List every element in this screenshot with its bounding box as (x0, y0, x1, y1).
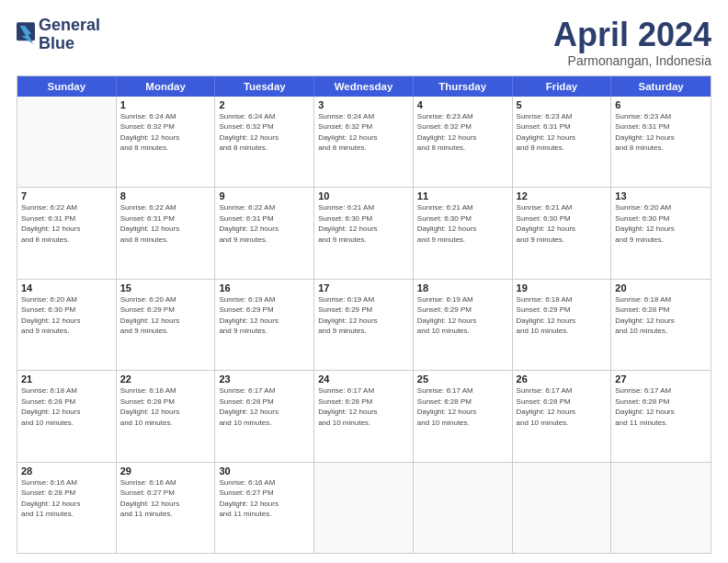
day-info: Sunrise: 6:18 AM Sunset: 6:28 PM Dayligh… (120, 385, 211, 428)
calendar-cell-1-7: 6Sunrise: 6:23 AM Sunset: 6:31 PM Daylig… (611, 97, 711, 187)
day-number: 13 (615, 190, 707, 201)
calendar-cell-1-1 (17, 97, 117, 187)
day-number: 24 (318, 373, 409, 385)
day-number: 14 (21, 282, 112, 293)
calendar-body: 1Sunrise: 6:24 AM Sunset: 6:32 PM Daylig… (17, 97, 711, 553)
calendar-cell-1-2: 1Sunrise: 6:24 AM Sunset: 6:32 PM Daylig… (117, 97, 216, 187)
day-info: Sunrise: 6:24 AM Sunset: 6:32 PM Dayligh… (120, 111, 211, 154)
day-info: Sunrise: 6:24 AM Sunset: 6:32 PM Dayligh… (318, 111, 409, 154)
day-number: 21 (21, 373, 112, 385)
day-info: Sunrise: 6:19 AM Sunset: 6:29 PM Dayligh… (417, 294, 508, 337)
day-number: 2 (219, 99, 310, 110)
day-info: Sunrise: 6:17 AM Sunset: 6:28 PM Dayligh… (417, 385, 508, 428)
logo: GeneralBlue (17, 17, 100, 53)
day-info: Sunrise: 6:23 AM Sunset: 6:32 PM Dayligh… (417, 111, 508, 154)
calendar-header: Sunday Monday Tuesday Wednesday Thursday… (17, 76, 711, 97)
calendar-cell-2-1: 7Sunrise: 6:22 AM Sunset: 6:31 PM Daylig… (17, 188, 117, 278)
calendar: Sunday Monday Tuesday Wednesday Thursday… (17, 75, 711, 554)
day-number: 29 (120, 465, 211, 477)
calendar-cell-2-2: 8Sunrise: 6:22 AM Sunset: 6:31 PM Daylig… (117, 188, 216, 278)
day-number: 16 (219, 282, 310, 293)
day-number: 6 (615, 99, 707, 110)
day-number: 15 (120, 282, 211, 293)
header-wednesday: Wednesday (314, 76, 414, 97)
calendar-cell-3-5: 18Sunrise: 6:19 AM Sunset: 6:29 PM Dayli… (414, 280, 513, 370)
calendar-cell-5-7 (611, 463, 711, 553)
day-info: Sunrise: 6:20 AM Sunset: 6:30 PM Dayligh… (21, 294, 112, 337)
calendar-cell-4-5: 25Sunrise: 6:17 AM Sunset: 6:28 PM Dayli… (414, 371, 513, 461)
day-info: Sunrise: 6:17 AM Sunset: 6:28 PM Dayligh… (517, 385, 608, 428)
calendar-cell-4-7: 27Sunrise: 6:17 AM Sunset: 6:28 PM Dayli… (611, 371, 711, 461)
day-number: 11 (417, 190, 508, 201)
day-number: 3 (318, 99, 409, 110)
calendar-cell-4-4: 24Sunrise: 6:17 AM Sunset: 6:28 PM Dayli… (314, 371, 414, 461)
day-number: 12 (517, 190, 608, 201)
day-number: 9 (219, 190, 310, 201)
logo-line1: General (39, 17, 100, 35)
day-number: 30 (219, 465, 310, 477)
day-info: Sunrise: 6:18 AM Sunset: 6:28 PM Dayligh… (21, 385, 112, 428)
day-info: Sunrise: 6:18 AM Sunset: 6:28 PM Dayligh… (615, 294, 707, 337)
calendar-cell-3-6: 19Sunrise: 6:18 AM Sunset: 6:29 PM Dayli… (513, 280, 612, 370)
day-number: 8 (120, 190, 211, 201)
day-info: Sunrise: 6:19 AM Sunset: 6:29 PM Dayligh… (318, 294, 409, 337)
calendar-cell-2-7: 13Sunrise: 6:20 AM Sunset: 6:30 PM Dayli… (611, 188, 711, 278)
calendar-cell-4-2: 22Sunrise: 6:18 AM Sunset: 6:28 PM Dayli… (117, 371, 216, 461)
day-info: Sunrise: 6:16 AM Sunset: 6:27 PM Dayligh… (219, 477, 310, 520)
calendar-cell-5-6 (513, 463, 612, 553)
day-number: 10 (318, 190, 409, 201)
day-number: 23 (219, 373, 310, 385)
month-title: April 2024 (553, 17, 711, 53)
calendar-cell-3-1: 14Sunrise: 6:20 AM Sunset: 6:30 PM Dayli… (17, 280, 117, 370)
header: GeneralBlue April 2024 Parmonangan, Indo… (17, 17, 711, 68)
day-number: 18 (417, 282, 508, 293)
calendar-cell-3-2: 15Sunrise: 6:20 AM Sunset: 6:29 PM Dayli… (117, 280, 216, 370)
calendar-week-5: 28Sunrise: 6:16 AM Sunset: 6:28 PM Dayli… (17, 463, 711, 553)
day-info: Sunrise: 6:22 AM Sunset: 6:31 PM Dayligh… (219, 202, 310, 245)
page: GeneralBlue April 2024 Parmonangan, Indo… (0, 0, 728, 563)
header-thursday: Thursday (414, 76, 513, 97)
day-info: Sunrise: 6:20 AM Sunset: 6:30 PM Dayligh… (615, 202, 707, 245)
calendar-week-4: 21Sunrise: 6:18 AM Sunset: 6:28 PM Dayli… (17, 371, 711, 462)
logo-text: GeneralBlue (39, 17, 100, 53)
calendar-week-2: 7Sunrise: 6:22 AM Sunset: 6:31 PM Daylig… (17, 188, 711, 279)
day-number: 1 (120, 99, 211, 110)
calendar-cell-5-5 (414, 463, 513, 553)
day-info: Sunrise: 6:21 AM Sunset: 6:30 PM Dayligh… (517, 202, 608, 245)
calendar-cell-1-6: 5Sunrise: 6:23 AM Sunset: 6:31 PM Daylig… (513, 97, 612, 187)
day-info: Sunrise: 6:22 AM Sunset: 6:31 PM Dayligh… (21, 202, 112, 245)
day-number: 22 (120, 373, 211, 385)
calendar-cell-2-4: 10Sunrise: 6:21 AM Sunset: 6:30 PM Dayli… (314, 188, 414, 278)
calendar-cell-5-1: 28Sunrise: 6:16 AM Sunset: 6:28 PM Dayli… (17, 463, 117, 553)
header-saturday: Saturday (611, 76, 711, 97)
calendar-cell-5-4 (314, 463, 414, 553)
day-info: Sunrise: 6:17 AM Sunset: 6:28 PM Dayligh… (219, 385, 310, 428)
day-number: 19 (517, 282, 608, 293)
calendar-cell-1-3: 2Sunrise: 6:24 AM Sunset: 6:32 PM Daylig… (215, 97, 314, 187)
calendar-cell-4-1: 21Sunrise: 6:18 AM Sunset: 6:28 PM Dayli… (17, 371, 117, 461)
calendar-cell-3-3: 16Sunrise: 6:19 AM Sunset: 6:29 PM Dayli… (215, 280, 314, 370)
day-number: 27 (615, 373, 707, 385)
calendar-cell-3-7: 20Sunrise: 6:18 AM Sunset: 6:28 PM Dayli… (611, 280, 711, 370)
day-number: 4 (417, 99, 508, 110)
calendar-cell-2-6: 12Sunrise: 6:21 AM Sunset: 6:30 PM Dayli… (513, 188, 612, 278)
calendar-cell-5-3: 30Sunrise: 6:16 AM Sunset: 6:27 PM Dayli… (215, 463, 314, 553)
day-number: 7 (21, 190, 112, 201)
day-info: Sunrise: 6:17 AM Sunset: 6:28 PM Dayligh… (318, 385, 409, 428)
day-info: Sunrise: 6:16 AM Sunset: 6:27 PM Dayligh… (120, 477, 211, 520)
day-info: Sunrise: 6:16 AM Sunset: 6:28 PM Dayligh… (21, 477, 112, 520)
header-monday: Monday (117, 76, 216, 97)
day-number: 20 (615, 282, 707, 293)
header-friday: Friday (513, 76, 612, 97)
calendar-cell-2-3: 9Sunrise: 6:22 AM Sunset: 6:31 PM Daylig… (215, 188, 314, 278)
day-number: 17 (318, 282, 409, 293)
logo-line2: Blue (39, 35, 100, 53)
day-number: 5 (517, 99, 608, 110)
day-info: Sunrise: 6:21 AM Sunset: 6:30 PM Dayligh… (318, 202, 409, 245)
day-number: 25 (417, 373, 508, 385)
day-info: Sunrise: 6:23 AM Sunset: 6:31 PM Dayligh… (517, 111, 608, 154)
day-info: Sunrise: 6:24 AM Sunset: 6:32 PM Dayligh… (219, 111, 310, 154)
day-info: Sunrise: 6:17 AM Sunset: 6:28 PM Dayligh… (615, 385, 707, 428)
day-info: Sunrise: 6:21 AM Sunset: 6:30 PM Dayligh… (417, 202, 508, 245)
calendar-cell-1-5: 4Sunrise: 6:23 AM Sunset: 6:32 PM Daylig… (414, 97, 513, 187)
